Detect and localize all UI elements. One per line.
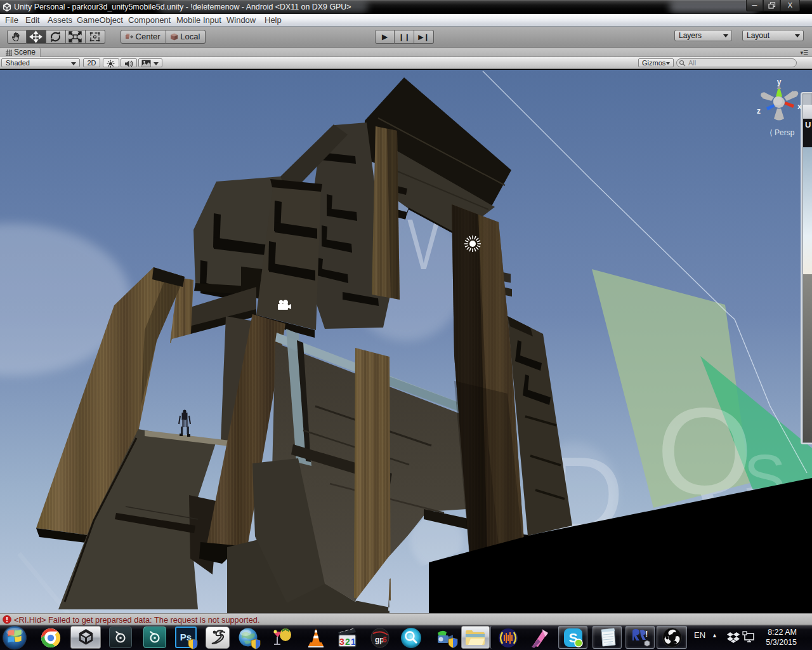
svg-text:6: 6 [383, 635, 387, 644]
svg-text:⟨ Persp: ⟨ Persp [769, 128, 795, 137]
svg-text:y: y [777, 77, 782, 86]
svg-text:1: 1 [351, 637, 356, 647]
svg-text:2: 2 [345, 637, 350, 647]
svg-text:z: z [757, 107, 761, 116]
svg-text:3: 3 [339, 637, 344, 647]
svg-text:!: ! [645, 629, 648, 639]
